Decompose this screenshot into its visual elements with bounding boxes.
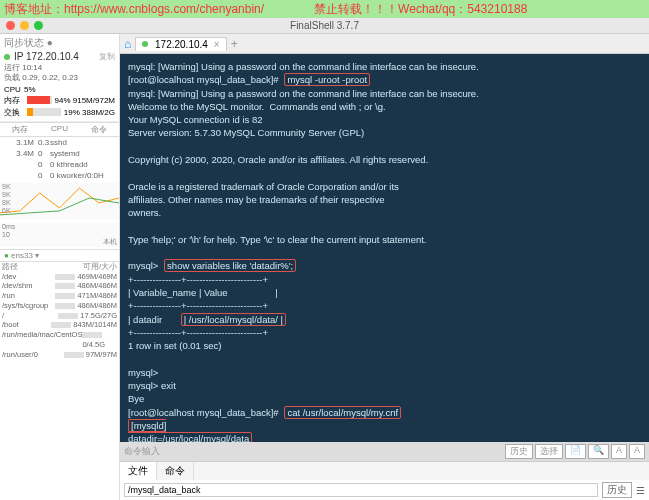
- sidebar: 同步状态 ● IP 172.20.10.4复制 运行 10:14 负载 0.29…: [0, 34, 120, 500]
- network-graph: 9K 9K 8K 6K: [0, 183, 119, 219]
- hl-datadir: | /usr/local/mysql/data/ |: [181, 313, 286, 326]
- runtime: 运行 10:14: [4, 63, 115, 73]
- close-icon[interactable]: [6, 21, 15, 30]
- hl-cmd: mysql -uroot -proot: [284, 73, 370, 86]
- proc-tabs[interactable]: 内存CPU命令: [0, 122, 119, 137]
- session-tabs: ⌂ 172.20.10.4× +: [120, 34, 649, 54]
- cmd-input-placeholder[interactable]: 命令输入: [124, 445, 160, 458]
- blog-header: 博客地址：https://www.cnblogs.com/chenyanbin/…: [0, 0, 649, 18]
- choose-button[interactable]: 选择: [535, 444, 563, 459]
- cpu-label: CPU: [4, 85, 24, 94]
- status-dot-icon: [4, 54, 10, 60]
- command-bar: 命令输入 历史 选择 📄 🔍 A A: [120, 442, 649, 461]
- proc-row: 00 kworker/0:0H: [0, 170, 119, 181]
- swap-label: 交换: [4, 107, 24, 118]
- proc-row: 3.4M0systemd: [0, 148, 119, 159]
- tab-files[interactable]: 文件: [120, 462, 157, 480]
- path-history-button[interactable]: 历史: [602, 482, 632, 498]
- window-controls[interactable]: [6, 21, 43, 30]
- font-inc-icon[interactable]: A: [611, 444, 627, 459]
- history-button[interactable]: 历史: [505, 444, 533, 459]
- copy-button[interactable]: 复制: [99, 51, 115, 62]
- search-icon[interactable]: 🔍: [588, 444, 609, 459]
- disk-hdr-size: 可用/大小: [83, 262, 117, 272]
- nocopy-label: 禁止转载！！！Wechat/qq：543210188: [314, 1, 527, 18]
- disk-hdr-path: 路径: [2, 262, 18, 272]
- menu-icon[interactable]: ☰: [636, 485, 645, 496]
- hl-section: [mysqld] datadir=/usr/local/mysql/data: [128, 419, 252, 442]
- load: 负载 0.29, 0.22, 0.23: [4, 73, 115, 83]
- close-tab-icon[interactable]: ×: [214, 39, 220, 50]
- proc-row: 00 kthreadd: [0, 159, 119, 170]
- hl-cat: cat /usr/local/mysql/my.cnf: [284, 406, 401, 419]
- blog-url: 博客地址：https://www.cnblogs.com/chenyanbin/: [4, 1, 264, 18]
- terminal[interactable]: mysql: [Warning] Using a password on the…: [120, 54, 649, 442]
- tool-icon[interactable]: 📄: [565, 444, 586, 459]
- net-selector[interactable]: ● ens33 ▾: [0, 249, 119, 262]
- tab-commands[interactable]: 命令: [157, 462, 194, 480]
- new-tab-icon[interactable]: +: [231, 37, 238, 51]
- session-tab[interactable]: 172.20.10.4×: [135, 37, 226, 51]
- minimize-icon[interactable]: [20, 21, 29, 30]
- bottom-panel: 文件 命令 历史 ☰: [120, 461, 649, 500]
- status-dot-icon: [142, 41, 148, 47]
- hl-sql: show variables like 'datadir%';: [164, 259, 296, 272]
- maximize-icon[interactable]: [34, 21, 43, 30]
- home-icon[interactable]: ⌂: [124, 37, 131, 51]
- app-title: FinalShell 3.7.7: [290, 20, 359, 31]
- font-dec-icon[interactable]: A: [629, 444, 645, 459]
- ip-label: IP 172.20.10.4: [14, 51, 79, 62]
- proc-row: 3.1M0.3sshd: [0, 137, 119, 148]
- latency-graph: 0ms 10 本机: [0, 223, 119, 247]
- mem-label: 内存: [4, 95, 24, 106]
- path-input[interactable]: [124, 483, 598, 497]
- sync-status: 同步状态 ●: [4, 36, 53, 50]
- window-titlebar: FinalShell 3.7.7: [0, 18, 649, 34]
